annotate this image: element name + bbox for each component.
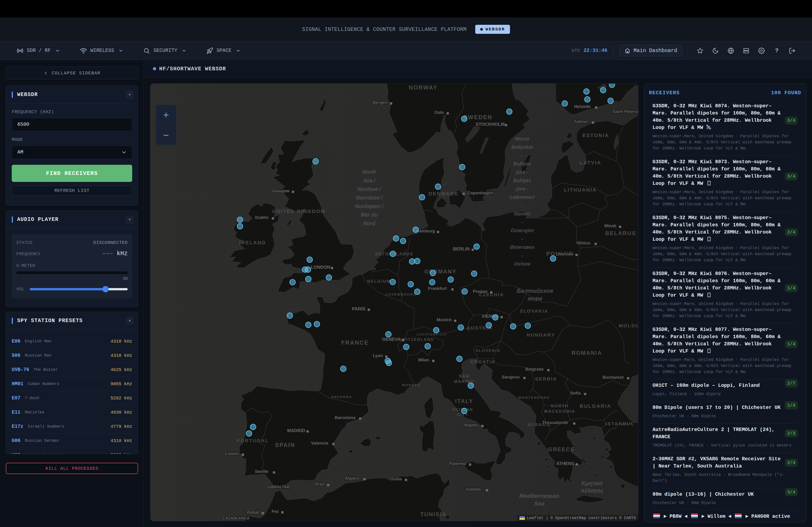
svg-text:Östersjön: Östersjön (511, 228, 534, 233)
svg-text:BULGARIA: BULGARIA (580, 403, 611, 409)
svg-text:Valencia: Valencia (311, 441, 328, 446)
svg-text:NORTH: NORTH (551, 404, 569, 408)
svg-text:GERMANY: GERMANY (424, 269, 457, 274)
svg-text:Bałtyckie: Bałtyckie (511, 144, 533, 150)
svg-text:Milan: Milan (418, 358, 429, 362)
svg-text:Baltijas: Baltijas (513, 178, 531, 183)
svg-text:TUNISIA: TUNISIA (420, 511, 447, 517)
svg-text:ESTONIA: ESTONIA (582, 133, 609, 138)
svg-text:PORTUGAL: PORTUGAL (237, 438, 269, 443)
svg-text:IRELAND: IRELAND (239, 240, 266, 245)
svg-text:SERBIA: SERBIA (535, 376, 557, 381)
svg-text:πέλαγος: πέλαγος (581, 487, 604, 494)
svg-text:Fez: Fez (272, 509, 279, 514)
svg-text:Helsinki: Helsinki (574, 104, 591, 109)
svg-text:SWITZERLAND: SWITZERLAND (399, 337, 434, 342)
svg-text:BELARUS: BELARUS (605, 230, 636, 236)
svg-text:LATVIA: LATVIA (580, 160, 601, 165)
svg-text:CROATIA: CROATIA (470, 359, 495, 364)
svg-text:North: North (362, 169, 376, 175)
svg-text:jūra -: jūra - (516, 169, 528, 175)
svg-text:PARIS: PARIS (352, 306, 365, 311)
svg-text:Warsaw: Warsaw (557, 252, 574, 256)
svg-text:Glasgow: Glasgow (272, 189, 289, 193)
svg-text:DENMARK: DENMARK (429, 191, 459, 197)
svg-text:Algiers: Algiers (345, 476, 359, 481)
svg-text:Palermo: Palermo (449, 461, 466, 466)
svg-text:Baltijos: Baltijos (513, 161, 531, 167)
svg-text:Hamburg: Hamburg (416, 229, 435, 233)
svg-text:Frankfurt: Frankfurt (428, 286, 447, 291)
svg-text:LONDON: LONDON (311, 265, 331, 270)
svg-text:Saint Petersb: Saint Petersb (613, 109, 638, 114)
svg-text:Vilnius: Vilnius (576, 241, 590, 245)
svg-text:Itämeri: Itämeri (514, 211, 531, 216)
svg-text:GIBRALTAR: GIBRALTAR (267, 485, 290, 489)
svg-text:Läänemeri: Läänemeri (510, 194, 535, 200)
svg-text:Ostsee: Ostsee (514, 261, 530, 267)
svg-text:SLOVENIA: SLOVENIA (476, 348, 501, 353)
svg-text:Κρητικό: Κρητικό (581, 480, 603, 486)
svg-text:-: - (521, 253, 523, 258)
svg-text:MONTENEGRO: MONTENEGRO (518, 395, 550, 400)
svg-text:GREECE: GREECE (548, 446, 575, 452)
svg-text:-: - (521, 153, 523, 158)
svg-text:Østersøen: Østersøen (510, 244, 535, 250)
svg-text:MONACO: MONACO (402, 383, 421, 387)
svg-text:Mer du: Mer du (361, 212, 378, 218)
svg-text:Sea /: Sea / (363, 178, 376, 183)
svg-text:Belgrade: Belgrade (525, 367, 543, 372)
svg-text:Seville: Seville (255, 469, 269, 474)
svg-text:Балтийское: Балтийское (517, 287, 553, 294)
svg-text:Sofia: Sofia (570, 391, 581, 395)
svg-text:ROMANIA: ROMANIA (571, 350, 602, 356)
svg-text:Sarajevo: Sarajevo (502, 375, 520, 379)
svg-text:Nord: Nord (363, 221, 376, 226)
svg-text:FRANCE: FRANCE (341, 340, 369, 346)
svg-text:Tallinn: Tallinn (574, 119, 588, 124)
svg-text:BELGIUM: BELGIUM (367, 279, 391, 284)
svg-text:BERLIN: BERLIN (453, 246, 469, 251)
svg-text:Minsk: Minsk (604, 223, 617, 228)
svg-text:Oslo: Oslo (434, 110, 444, 115)
svg-text:SAN: SAN (459, 374, 469, 378)
svg-text:GENEVA: GENEVA (382, 337, 401, 342)
svg-text:Thessaloniki: Thessaloniki (542, 420, 568, 425)
svg-text:HUNGARY: HUNGARY (527, 332, 555, 337)
svg-text:Noordzee /: Noordzee / (356, 195, 383, 201)
svg-text:-: - (521, 202, 523, 208)
svg-text:Tunis: Tunis (391, 477, 402, 481)
svg-text:Oran: Oran (315, 482, 324, 486)
svg-text:-: - (521, 236, 523, 242)
svg-text:Nordsee /: Nordsee / (358, 186, 382, 192)
svg-text:Morze: Morze (515, 136, 530, 141)
svg-text:Rabat: Rabat (247, 510, 259, 515)
svg-text:NORWAY: NORWAY (409, 84, 438, 91)
svg-text:SLOVAKIA: SLOVAKIA (520, 308, 548, 314)
svg-text:UNITED KINGDOM: UNITED KINGDOM (272, 209, 325, 214)
svg-text:MOLDOVA: MOLDOVA (619, 323, 638, 328)
svg-text:море: море (527, 295, 542, 302)
svg-text:STOCKHOLM: STOCKHOLM (476, 122, 505, 127)
svg-text:Barcelona: Barcelona (335, 415, 356, 420)
svg-text:Lisbon: Lisbon (225, 451, 239, 456)
svg-text:Prague: Prague (473, 289, 488, 294)
svg-text:-: - (521, 219, 523, 225)
svg-text:MADRID: MADRID (287, 428, 305, 433)
svg-text:LUXEMBOURG: LUXEMBOURG (386, 292, 417, 296)
svg-text:LIECHTENSTEIN: LIECHTENSTEIN (417, 333, 447, 336)
svg-text:LITHUANIA: LITHUANIA (564, 187, 597, 193)
svg-text:SPAIN: SPAIN (275, 442, 295, 448)
svg-text:ITALY: ITALY (455, 398, 473, 404)
svg-text:Dublin: Dublin (255, 215, 269, 220)
svg-text:ISTANBUL: ISTANBUL (606, 421, 635, 426)
svg-text:jūra -: jūra - (516, 186, 528, 192)
svg-text:Mediterranean: Mediterranean (519, 493, 560, 499)
svg-text:ATHENS: ATHENS (556, 461, 575, 466)
svg-text:SWEDEN: SWEDEN (464, 114, 492, 120)
svg-text:Nordsjøen /: Nordsjøen / (355, 203, 384, 209)
svg-text:Valletta: Valletta (466, 487, 481, 492)
svg-text:Lyon: Lyon (373, 353, 383, 358)
svg-text:Naples: Naples (464, 423, 478, 427)
svg-text:MACEDONIA: MACEDONIA (544, 409, 575, 413)
